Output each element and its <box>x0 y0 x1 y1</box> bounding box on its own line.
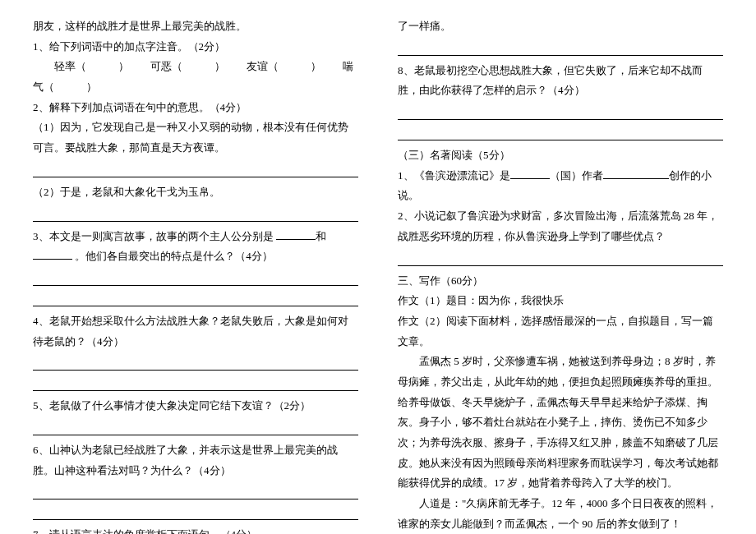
answer-blank <box>33 420 358 435</box>
q2-sub1: （1）因为，它发现自己是一种又小又弱的动物，根本没有任何优势可言。要战胜大象，那… <box>33 117 358 158</box>
material-p1: 孟佩杰 5 岁时，父亲惨遭车祸，她被送到养母身边；8 岁时，养母病瘫，养父出走，… <box>398 352 723 494</box>
writing-topic1: 作文（1）题目：因为你，我很快乐 <box>398 291 723 311</box>
answer-blank <box>33 504 358 520</box>
fill-blank <box>276 229 316 240</box>
q1-head: 1、给下列词语中的加点字注音。（2分） <box>33 37 358 58</box>
fill-blank <box>33 249 72 260</box>
answer-blank <box>398 125 723 140</box>
q7-head: 7、请从语言表达的角度赏析下面语句。（4分） <box>33 525 358 534</box>
q1-options: 轻率（ ） 可恶（ ） 友谊（ ） 喘气（ ） <box>33 57 358 97</box>
left-column: 朋友，这样的战胜才是世界上最完美的战胜。 1、给下列词语中的加点字注音。（2分）… <box>33 16 358 534</box>
fill-blank <box>603 168 669 179</box>
fill-blank <box>510 168 550 179</box>
q2-sub2: （2）于是，老鼠和大象化干戈为玉帛。 <box>33 182 358 203</box>
right-column: 了一样痛。 8、老鼠最初挖空心思想战胜大象，但它失败了，后来它却不战而胜，由此你… <box>398 16 723 534</box>
q8: 8、老鼠最初挖空心思想战胜大象，但它失败了，后来它却不战而胜，由此你获得了怎样的… <box>398 61 723 101</box>
answer-blank <box>33 206 358 222</box>
intro-line: 朋友，这样的战胜才是世界上最完美的战胜。 <box>33 16 358 37</box>
answer-blank <box>33 355 358 371</box>
cont-line: 了一样痛。 <box>398 16 723 37</box>
s3-q1-b: （国）作者 <box>550 169 603 182</box>
q3-text-a: 3、本文是一则寓言故事，故事的两个主人公分别是 <box>33 230 276 242</box>
writing-topic2: 作文（2）阅读下面材料，选择感悟最深的一点，自拟题目，写一篇文章。 <box>398 311 723 352</box>
q6: 6、山神认为老鼠已经战胜了大象，并表示这是世界上最完美的战胜。山神这种看法对吗？… <box>33 440 358 481</box>
s3-q1-a: 1、《鲁滨逊漂流记》是 <box>398 169 510 182</box>
writing-head: 三、写作（60分） <box>398 271 723 292</box>
q5: 5、老鼠做了什么事情才使大象决定同它结下友谊？（2分） <box>33 396 358 417</box>
answer-blank <box>33 484 358 499</box>
q3-text-c: 。他们各自最突出的特点是什么？（4分） <box>72 250 273 262</box>
answer-blank <box>33 162 358 177</box>
answer-blank <box>398 104 723 120</box>
q2-head: 2、解释下列加点词语在句中的意思。（4分） <box>33 98 358 118</box>
s3-q2: 2、小说记叙了鲁滨逊为求财富，多次冒险出海，后流落荒岛 28 年，战胜恶劣环境的… <box>398 206 723 246</box>
answer-blank <box>398 251 723 266</box>
s3-q1: 1、《鲁滨逊漂流记》是（国）作者创作的小说。 <box>398 166 723 206</box>
section3-head: （三）名著阅读（5分） <box>398 145 723 166</box>
answer-blank <box>33 291 358 306</box>
answer-blank <box>398 40 723 56</box>
q4: 4、老鼠开始想采取什么方法战胜大象？老鼠失败后，大象是如何对待老鼠的？（4分） <box>33 311 358 352</box>
answer-blank <box>33 270 358 286</box>
q3: 3、本文是一则寓言故事，故事的两个主人公分别是 和 。他们各自最突出的特点是什么… <box>33 227 358 267</box>
answer-blank <box>33 375 358 391</box>
q3-text-b: 和 <box>316 230 326 242</box>
material-p2: 人道是："久病床前无孝子。12 年，4000 多个日日夜夜的照料，谁家的亲女儿能… <box>398 494 723 534</box>
